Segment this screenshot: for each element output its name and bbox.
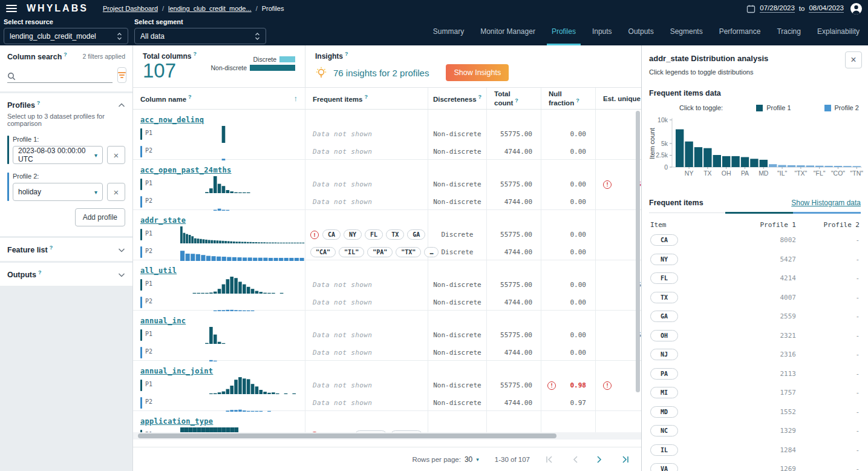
total-count-cell: 55775.004744.00 (487, 361, 541, 410)
tab-outputs[interactable]: Outputs (628, 17, 654, 45)
help-icon[interactable]: ? (64, 51, 67, 58)
profile-1-tick (140, 179, 142, 190)
clear-profile-button[interactable]: × (107, 146, 125, 164)
prev-page-button[interactable] (572, 456, 578, 463)
date-to-input[interactable]: 08/04/2023 (809, 4, 844, 13)
avatar-icon[interactable] (850, 3, 862, 15)
column-name-link[interactable]: acc_now_delinq (140, 116, 204, 124)
next-page-button[interactable] (596, 456, 602, 463)
profile-1-tick (140, 128, 142, 140)
help-icon[interactable]: ? (193, 51, 197, 57)
tab-summary[interactable]: Summary (433, 17, 464, 45)
vertical-scrollbar[interactable] (636, 111, 640, 438)
filter-button[interactable] (117, 67, 126, 83)
mini-histogram (180, 395, 305, 412)
tab-monitor-manager[interactable]: Monitor Manager (480, 17, 535, 45)
chevron-up-icon[interactable] (118, 99, 125, 110)
profile-1-count: 2316 (723, 351, 796, 358)
add-profile-button[interactable]: Add profile (75, 208, 125, 226)
frequent-items-cell: Data not shownData not shown (305, 160, 428, 209)
legend-item-profile-2[interactable]: Profile 2 (824, 104, 859, 111)
header-discreteness: Discreteness? (428, 88, 487, 109)
help-icon[interactable]: ? (345, 51, 348, 57)
tab-explainability[interactable]: Explainability (817, 17, 860, 45)
item-chip: TX (650, 292, 678, 303)
warning-icon: ! (603, 180, 612, 189)
legend-bar (279, 56, 295, 62)
table-row: all_utilP1P2Data not shownData not shown… (133, 260, 641, 311)
horizontal-scrollbar[interactable] (133, 432, 641, 440)
profile-select[interactable]: 2023-08-03 00:00:00 UTC▾ (13, 146, 103, 164)
profile-1-count: 2559 (723, 312, 796, 320)
legend-label: Non-discrete (210, 64, 247, 71)
legend-item-label: Profile 1 (766, 104, 791, 111)
filters-applied-label: 2 filters applied (82, 53, 125, 60)
item-chip: NY (650, 254, 678, 265)
last-page-button[interactable] (621, 456, 629, 463)
clear-profile-button[interactable]: × (107, 183, 125, 201)
item-chip: MD (650, 406, 678, 418)
chevron-down-icon[interactable] (118, 269, 125, 280)
profile-2-count: - (796, 274, 860, 282)
column-name-link[interactable]: addr_state (140, 216, 186, 225)
first-page-button[interactable] (546, 456, 554, 463)
date-from-input[interactable]: 07/28/2023 (760, 4, 795, 13)
calendar-icon[interactable] (746, 4, 755, 13)
show-insights-button[interactable]: Show Insights (446, 64, 509, 81)
column-name-link[interactable]: all_util (140, 266, 177, 275)
tab-tracing[interactable]: Tracing (777, 17, 801, 45)
column-name-link[interactable]: annual_inc_joint (140, 367, 213, 375)
frequent-items-table-title: Frequent items (649, 199, 703, 207)
frequent-items-line: Data not shown (310, 377, 423, 394)
segment-select[interactable]: All data (134, 28, 266, 44)
select-caret-icon (117, 32, 122, 41)
hamburger-menu-icon[interactable] (6, 5, 17, 12)
column-name-link[interactable]: annual_inc (140, 317, 186, 325)
discreteness-cell: Non-discreteNon-discrete (428, 160, 487, 209)
breadcrumb-item[interactable]: Project Dashboard (103, 5, 158, 12)
null-fraction-cell: 0.000.00 (541, 210, 596, 260)
rows-per-page-select[interactable]: 30 (465, 455, 472, 464)
profile-2-count: - (796, 370, 860, 378)
profile-sub-row: P1 (140, 277, 305, 293)
frequent-items-line: Data not shown (310, 143, 423, 160)
column-search-input[interactable] (19, 72, 113, 81)
breadcrumb-item: Profiles (262, 5, 284, 12)
tab-segments[interactable]: Segments (670, 17, 703, 45)
outputs-header[interactable]: Outputs? (7, 269, 125, 280)
profiles-section-header[interactable]: Profiles? (7, 99, 125, 110)
column-search-card: Column search? 2 filters applied (0, 45, 132, 91)
breadcrumb-item[interactable]: lending_club_credit_mode... (168, 5, 252, 12)
legend-item-profile-1[interactable]: Profile 1 (756, 104, 791, 111)
total-count-cell: 55775.004744.00 (487, 110, 541, 159)
close-panel-button[interactable]: × (845, 51, 862, 68)
item-chip: NC (650, 425, 678, 436)
column-name-link[interactable]: acc_open_past_24mths (140, 166, 232, 174)
frequent-items-bar-chart[interactable]: 02.5k5k10kItem countNYTXOHPAMD"IL""TX""F… (649, 115, 863, 189)
profile-2-count: - (796, 255, 860, 263)
caret-down-icon: ▾ (94, 152, 97, 159)
resource-select[interactable]: lending_club_credit_model (4, 28, 128, 44)
horizontal-scrollbar-thumb[interactable] (138, 433, 556, 438)
column-name-link[interactable]: application_type (140, 417, 213, 426)
chevron-down-icon[interactable] (118, 244, 125, 255)
profile-select[interactable]: holiday▾ (13, 183, 103, 201)
tab-inputs[interactable]: Inputs (592, 17, 612, 45)
profile-sub-row: P2 (140, 143, 305, 160)
sort-asc-icon[interactable]: ↑ (294, 94, 298, 103)
vertical-scrollbar-thumb[interactable] (636, 111, 640, 392)
help-icon[interactable]: ? (50, 245, 53, 251)
profile-sub-label: P1 (145, 130, 158, 136)
profile-2-tick (140, 246, 142, 258)
header-null-fraction: Null fraction? (541, 88, 596, 109)
table-row: annual_inc_jointP1P2Data not shownData n… (133, 361, 641, 411)
tab-profiles[interactable]: Profiles (552, 17, 576, 45)
show-histogram-data-link[interactable]: Show Histogram data (791, 199, 861, 207)
pagination-bar: Rows per page: 30 ▾ 1-30 of 107 (133, 447, 641, 471)
legend-swatch (824, 105, 831, 111)
discreteness-legend: DiscreteNon-discrete (210, 56, 295, 71)
feature-list-header[interactable]: Feature list? (7, 244, 125, 255)
help-icon[interactable]: ? (37, 100, 41, 106)
tab-performance[interactable]: Performance (719, 17, 761, 45)
help-icon[interactable]: ? (38, 269, 42, 275)
